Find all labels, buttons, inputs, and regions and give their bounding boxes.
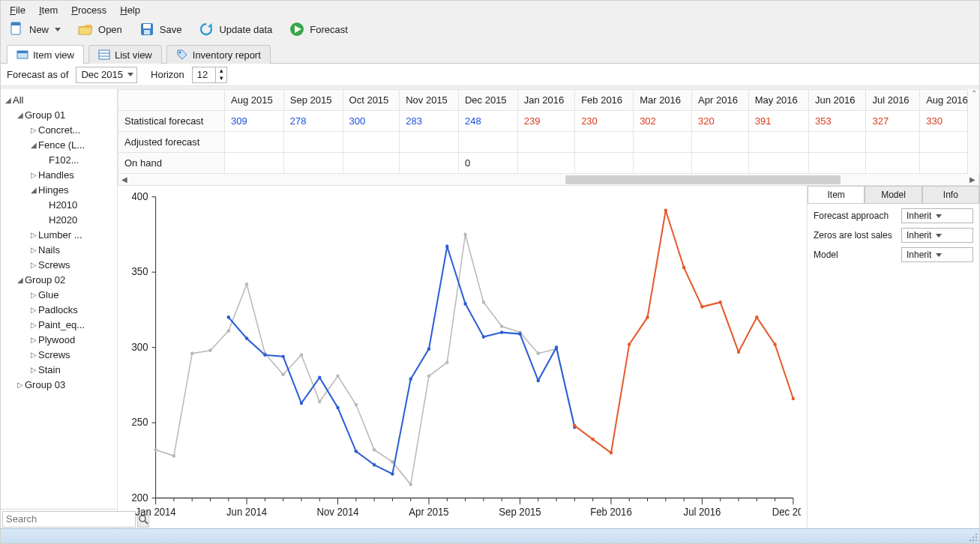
open-button[interactable]: Open [77,21,122,37]
tree-node-padlocks[interactable]: ▷Padlocks [2,302,115,317]
grid-cell[interactable] [748,132,808,153]
side-tab-info[interactable]: Info [922,186,979,203]
grid-col-header[interactable]: Dec 2015 [458,90,517,111]
update-data-button[interactable]: Update data [198,21,272,37]
grid-col-header[interactable]: Jul 2016 [866,90,920,111]
forecast-as-of-combo[interactable]: Dec 2015 [76,67,137,83]
grid-cell[interactable] [809,153,866,174]
grid-cell[interactable]: 327 [866,111,920,132]
tree-node-concrete[interactable]: ▷Concret... [2,122,115,137]
grid-cell[interactable]: 391 [748,111,808,132]
grid-cell[interactable]: 302 [634,111,692,132]
grid-col-header[interactable]: Jan 2016 [517,90,574,111]
menu-file[interactable]: File [10,4,25,16]
search-input[interactable] [2,511,136,528]
grid-cell[interactable]: 353 [809,111,866,132]
horizontal-scrollbar[interactable]: ◀ ▶ [118,174,979,186]
vertical-scrollbar[interactable]: ⌃⌄ [967,89,979,178]
item-tree[interactable]: ◢All ◢Group 01 ▷Concret... ◢Fence (L... … [1,89,117,509]
grid-cell[interactable] [225,153,284,174]
grid-cell[interactable]: 278 [283,111,343,132]
grid-cell[interactable] [866,132,920,153]
tree-node-lumber[interactable]: ▷Lumber ... [2,227,115,242]
grid-cell[interactable] [283,153,343,174]
grid-cell[interactable] [692,132,749,153]
chevron-down-icon[interactable] [55,28,61,31]
grid-cell[interactable] [400,153,459,174]
forecast-chart[interactable]: 200250300350400Jan 2014Jun 2014Nov 2014A… [118,189,801,525]
grid-cell[interactable]: 0 [458,153,517,174]
grid-cell[interactable] [283,132,343,153]
tree-node-glue[interactable]: ▷Glue [2,287,115,302]
tree-leaf-f102[interactable]: F102... [2,152,115,167]
grid-cell[interactable] [634,153,692,174]
grid-cell[interactable] [575,153,634,174]
grid-cell[interactable]: 230 [575,111,634,132]
grid-cell[interactable] [517,153,574,174]
tree-node-group02[interactable]: ◢Group 02 [2,272,115,287]
side-tab-item[interactable]: Item [808,186,865,203]
grid-row-stat[interactable]: Statistical forecast [118,111,225,132]
grid-cell[interactable] [458,132,517,153]
tree-node-plywood[interactable]: ▷Plywood [2,332,115,347]
tree-node-all[interactable]: ◢All [2,92,115,107]
grid-col-header[interactable]: Mar 2016 [634,90,692,111]
grid-row-adj[interactable]: Adjusted forecast [118,132,225,153]
grid-cell[interactable] [400,132,459,153]
tree-leaf-h2010[interactable]: H2010 [2,197,115,212]
tree-node-screws1[interactable]: ▷Screws [2,257,115,272]
grid-col-header[interactable]: Apr 2016 [692,90,749,111]
scroll-right-icon[interactable]: ▶ [967,174,979,185]
grid-cell[interactable]: 248 [458,111,517,132]
grid-cell[interactable] [748,153,808,174]
grid-cell[interactable] [517,132,574,153]
forecast-button[interactable]: Forecast [289,21,348,37]
grid-cell[interactable]: 320 [692,111,749,132]
zeros-combo[interactable]: Inherit [901,228,973,243]
tree-node-group01[interactable]: ◢Group 01 [2,107,115,122]
tree-node-nails[interactable]: ▷Nails [2,242,115,257]
grid-cell[interactable] [343,132,400,153]
grid-col-header[interactable]: Feb 2016 [575,90,634,111]
menu-item[interactable]: Item [39,4,58,16]
grid-cell[interactable] [225,132,284,153]
tree-leaf-h2020[interactable]: H2020 [2,212,115,227]
tab-inventory-report[interactable]: Inventory report [166,45,271,64]
tab-list-view[interactable]: List view [88,45,162,64]
horizon-spinner[interactable]: 12 ▲ ▼ [192,67,227,83]
spinner-up-icon[interactable]: ▲ [216,67,226,75]
grid-cell[interactable]: 239 [517,111,574,132]
forecast-grid[interactable]: Aug 2015Sep 2015Oct 2015Nov 2015Dec 2015… [118,89,979,174]
save-button[interactable]: Save [139,21,182,37]
grid-col-header[interactable]: Aug 2015 [225,90,284,111]
tab-item-view[interactable]: Item view [7,45,84,64]
grid-cell[interactable]: 309 [225,111,284,132]
grid-col-header[interactable]: Jun 2016 [809,90,866,111]
grid-cell[interactable] [634,132,692,153]
grid-row-onhand[interactable]: On hand [118,153,225,174]
resize-grip-icon[interactable] [969,533,978,542]
tree-node-stain[interactable]: ▷Stain [2,362,115,377]
grid-col-header[interactable]: Nov 2015 [400,90,459,111]
scroll-left-icon[interactable]: ◀ [118,174,130,185]
new-button[interactable]: New [8,21,61,37]
grid-cell[interactable] [343,153,400,174]
grid-cell[interactable] [575,132,634,153]
scrollbar-thumb[interactable] [565,175,841,184]
tree-node-paint[interactable]: ▷Paint_eq... [2,317,115,332]
tree-node-screws2[interactable]: ▷Screws [2,347,115,362]
spinner-down-icon[interactable]: ▼ [216,75,226,82]
grid-cell[interactable] [809,132,866,153]
forecast-approach-combo[interactable]: Inherit [901,208,973,223]
side-tab-model[interactable]: Model [865,186,922,203]
tree-node-hinges[interactable]: ◢Hinges [2,182,115,197]
grid-cell[interactable] [866,153,920,174]
tree-node-handles[interactable]: ▷Handles [2,167,115,182]
model-combo[interactable]: Inherit [901,247,973,262]
grid-cell[interactable]: 300 [343,111,400,132]
tree-node-fence[interactable]: ◢Fence (L... [2,137,115,152]
menu-help[interactable]: Help [120,4,140,16]
grid-col-header[interactable]: Sep 2015 [283,90,343,111]
grid-cell[interactable]: 283 [400,111,459,132]
menu-process[interactable]: Process [71,4,106,16]
